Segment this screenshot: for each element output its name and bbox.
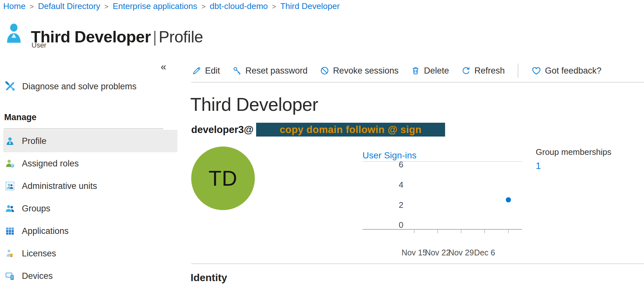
sidebar-item-label: Administrative units bbox=[22, 181, 97, 191]
trash-icon bbox=[411, 66, 420, 75]
breadcrumb-third-developer[interactable]: Third Developer bbox=[280, 1, 340, 11]
toolbar-divider bbox=[518, 64, 518, 78]
page-title-view: Profile bbox=[159, 28, 203, 46]
azure-user-profile-page: Home > Default Directory > Enterprise ap… bbox=[0, 0, 644, 284]
sidebar-menu: Profile Assigned roles bbox=[3, 130, 177, 284]
x-axis-label: Dec 6 bbox=[470, 248, 499, 257]
person-icon bbox=[5, 136, 15, 146]
got-feedback-button-label: Got feedback? bbox=[545, 66, 602, 76]
delete-button-label: Delete bbox=[424, 66, 449, 76]
revoke-sessions-button-label: Revoke sessions bbox=[333, 66, 398, 76]
breadcrumb-separator: > bbox=[30, 2, 34, 11]
revoke-sessions-button[interactable]: Revoke sessions bbox=[320, 66, 398, 76]
page-title: Third Developer|Profile bbox=[31, 28, 203, 46]
user-sign-ins-link[interactable]: User Sign-ins bbox=[362, 150, 416, 161]
sidebar-item-devices[interactable]: Devices bbox=[3, 265, 177, 284]
breadcrumb-dbt-cloud-demo[interactable]: dbt-cloud-demo bbox=[210, 1, 268, 11]
page-title-separator: | bbox=[151, 28, 159, 46]
x-axis-tick-mark bbox=[508, 230, 509, 233]
breadcrumb-enterprise-applications[interactable]: Enterprise applications bbox=[113, 1, 197, 11]
user-person-icon bbox=[6, 22, 21, 43]
x-axis-tick-mark bbox=[414, 230, 415, 233]
reset-password-button[interactable]: Reset password bbox=[232, 66, 308, 76]
refresh-button[interactable]: Refresh bbox=[461, 66, 505, 76]
breadcrumb-separator: > bbox=[201, 2, 206, 11]
x-axis-tick-mark bbox=[484, 230, 485, 233]
x-axis-tick-mark bbox=[437, 230, 438, 233]
grid-icon bbox=[5, 226, 15, 236]
reset-password-button-label: Reset password bbox=[246, 66, 308, 76]
sidebar-item-label: Groups bbox=[22, 204, 50, 214]
group-memberships-count-link[interactable]: 1 bbox=[536, 161, 612, 171]
breadcrumb-separator: > bbox=[104, 2, 109, 11]
edit-button[interactable]: Edit bbox=[192, 66, 220, 76]
command-bar: Edit Reset password Revoke sessions bbox=[192, 63, 601, 78]
section-divider bbox=[191, 263, 644, 264]
chart-title-underline bbox=[362, 161, 522, 162]
sidebar-item-label: Diagnose and solve problems bbox=[22, 82, 137, 92]
x-axis-line bbox=[362, 229, 522, 230]
avatar-initials: TD bbox=[209, 166, 237, 191]
sidebar-item-assigned-roles[interactable]: Assigned roles bbox=[3, 152, 177, 175]
sidebar-item-label: Profile bbox=[22, 136, 47, 146]
user-sign-ins-chart: User Sign-ins 6 4 2 0 Nov 15 Nov 22 Nov … bbox=[362, 148, 522, 259]
toolbar-underline bbox=[191, 82, 644, 83]
monitor-tablet-icon bbox=[5, 271, 15, 281]
breadcrumb-default-directory[interactable]: Default Directory bbox=[38, 1, 100, 11]
signin-data-point bbox=[506, 197, 511, 202]
breadcrumb-home[interactable]: Home bbox=[3, 1, 25, 11]
sidebar-item-label: Licenses bbox=[22, 249, 56, 259]
y-axis-tick: 4 bbox=[394, 180, 408, 190]
sidebar-item-label: Applications bbox=[22, 226, 69, 236]
dashed-box-people-icon bbox=[5, 181, 15, 191]
page-subtitle: User bbox=[31, 41, 46, 49]
delete-button[interactable]: Delete bbox=[411, 66, 449, 76]
heart-icon bbox=[531, 66, 541, 76]
sidebar-item-licenses[interactable]: Licenses bbox=[3, 242, 177, 265]
sidebar-item-label: Assigned roles bbox=[22, 159, 79, 169]
sidebar-item-applications[interactable]: Applications bbox=[3, 220, 177, 242]
redaction-overlay: copy domain followin @ sign bbox=[256, 123, 445, 137]
refresh-button-label: Refresh bbox=[474, 66, 505, 76]
sidebar-section-manage: Manage bbox=[4, 112, 37, 122]
x-axis-tick-mark bbox=[461, 230, 461, 233]
y-axis-tick: 0 bbox=[394, 220, 408, 230]
sidebar-item-label: Devices bbox=[22, 271, 53, 281]
crossed-tools-icon bbox=[4, 81, 15, 92]
block-icon bbox=[320, 66, 329, 75]
pencil-icon bbox=[192, 66, 201, 75]
group-memberships: Group memberships 1 bbox=[536, 147, 612, 171]
got-feedback-button[interactable]: Got feedback? bbox=[531, 66, 602, 76]
identity-section-heading: Identity bbox=[191, 272, 227, 284]
y-axis-tick: 2 bbox=[394, 200, 408, 210]
sidebar-item-profile[interactable]: Profile bbox=[3, 130, 177, 152]
refresh-icon bbox=[461, 66, 471, 75]
person-ribbon-icon bbox=[5, 249, 15, 258]
sidebar-item-diagnose[interactable]: Diagnose and solve problems bbox=[4, 79, 137, 94]
sidebar-item-administrative-units[interactable]: Administrative units bbox=[3, 175, 177, 197]
breadcrumb-separator: > bbox=[272, 2, 276, 11]
two-people-icon bbox=[5, 204, 15, 213]
user-principal-name: developer3@ copy domain followin @ sign bbox=[191, 123, 445, 137]
sidebar-item-groups[interactable]: Groups bbox=[3, 197, 177, 220]
email-prefix: developer3@ bbox=[191, 124, 254, 136]
key-icon bbox=[232, 66, 242, 75]
edit-button-label: Edit bbox=[205, 66, 220, 76]
person-cube-icon bbox=[5, 159, 15, 168]
sidebar-divider bbox=[4, 129, 163, 129]
page-title-user-name: Third Developer bbox=[31, 28, 151, 46]
user-display-name: Third Developer bbox=[190, 94, 318, 115]
sidebar-collapse-button[interactable]: « bbox=[161, 62, 166, 72]
group-memberships-label: Group memberships bbox=[536, 147, 612, 157]
avatar[interactable]: TD bbox=[191, 146, 255, 210]
y-axis-tick: 6 bbox=[394, 160, 408, 170]
breadcrumb: Home > Default Directory > Enterprise ap… bbox=[3, 1, 340, 11]
